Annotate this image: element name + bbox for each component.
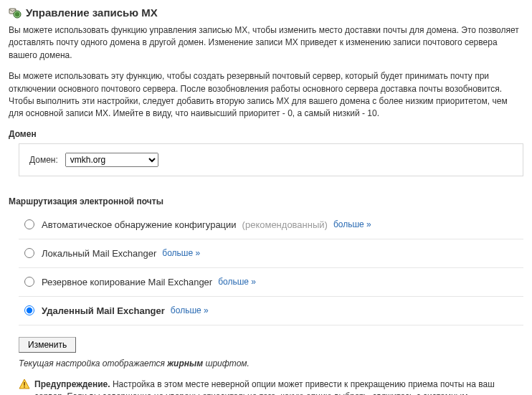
more-link-auto[interactable]: больше » [333, 219, 371, 229]
domain-box: Домен: vmkh.org [19, 143, 523, 176]
radio-remote[interactable] [24, 305, 34, 315]
intro-text: Вы можете использовать функцию управлени… [9, 24, 523, 120]
current-setting-note: Текущая настройка отображается жирным шр… [19, 358, 523, 368]
intro-p1: Вы можете использовать функцию управлени… [9, 24, 523, 62]
warning-bold: Предупреждение. [34, 379, 110, 389]
radio-local[interactable] [24, 248, 34, 258]
option-auto-suffix: (рекомендованный) [242, 219, 328, 230]
svg-rect-2 [24, 382, 25, 386]
more-link-local[interactable]: больше » [162, 248, 200, 258]
warning-block: Предупреждение. Настройка в этом месте н… [19, 379, 523, 395]
routing-section-label: Маршрутизация электронной почты [9, 196, 523, 206]
option-auto[interactable]: Автоматическое обнаружение конфигурации … [19, 211, 523, 239]
domain-section-label: Домен [9, 129, 523, 139]
svg-rect-3 [24, 386, 25, 388]
warning-icon [19, 379, 30, 390]
submit-button[interactable]: Изменить [19, 337, 76, 353]
mail-server-icon [9, 6, 22, 19]
page-title: Управление записью MX [9, 6, 523, 19]
option-auto-label: Автоматическое обнаружение конфигурации [42, 219, 237, 230]
option-backup[interactable]: Резервное копирование Mail Exchanger бол… [19, 268, 523, 297]
option-local[interactable]: Локальный Mail Exchanger больше » [19, 239, 523, 268]
note-post: шрифтом. [203, 358, 250, 368]
option-local-label: Локальный Mail Exchanger [42, 248, 156, 259]
domain-select[interactable]: vmkh.org [65, 153, 158, 167]
option-remote-label: Удаленный Mail Exchanger [42, 305, 165, 316]
more-link-backup[interactable]: больше » [218, 277, 256, 287]
radio-backup[interactable] [24, 277, 34, 287]
option-remote[interactable]: Удаленный Mail Exchanger больше » [19, 297, 523, 325]
radio-auto[interactable] [24, 219, 34, 229]
routing-box: Автоматическое обнаружение конфигурации … [19, 211, 523, 395]
option-backup-label: Резервное копирование Mail Exchanger [42, 277, 212, 287]
note-bold: жирным [167, 358, 203, 368]
note-pre: Текущая настройка отображается [19, 358, 167, 368]
domain-field-label: Домен: [29, 155, 58, 165]
intro-p2: Вы можете использовать эту функцию, чтоб… [9, 70, 523, 120]
warning-text-wrap: Предупреждение. Настройка в этом месте н… [34, 379, 523, 395]
page-title-text: Управление записью MX [26, 6, 158, 19]
more-link-remote[interactable]: больше » [171, 305, 209, 315]
